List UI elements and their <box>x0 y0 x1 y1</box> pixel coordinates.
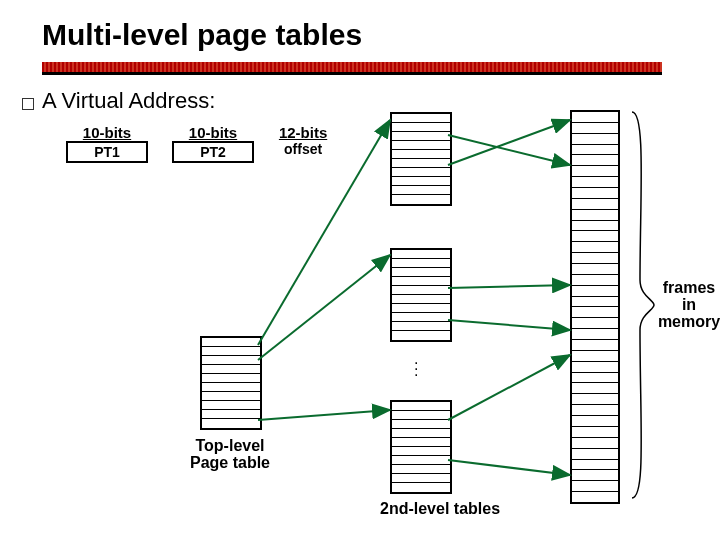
svg-line-5 <box>448 285 570 288</box>
va-field-bits: 10-bits <box>172 124 254 141</box>
subtitle: A Virtual Address: <box>42 88 215 114</box>
svg-line-1 <box>258 255 390 360</box>
frames-in-memory <box>570 110 620 504</box>
page-title: Multi-level page tables <box>42 18 362 52</box>
va-field-name: offset <box>278 141 328 157</box>
bullet-icon <box>22 98 34 110</box>
top-level-label: Top-levelPage table <box>180 438 280 472</box>
top-level-page-table <box>200 336 262 430</box>
va-field-name: PT1 <box>66 141 148 163</box>
title-underline <box>42 62 662 75</box>
virtual-address-fields: 10-bits PT1 10-bits PT2 12-bits offset <box>66 124 328 163</box>
ellipsis-icon: ... <box>414 356 418 374</box>
second-level-table <box>390 248 452 342</box>
svg-line-3 <box>448 135 570 165</box>
second-level-table <box>390 112 452 206</box>
svg-line-4 <box>448 120 570 165</box>
svg-line-6 <box>448 320 570 330</box>
second-level-label: 2nd-level tables <box>380 500 500 518</box>
second-level-table <box>390 400 452 494</box>
svg-line-8 <box>448 460 570 475</box>
va-field-bits: 12-bits <box>278 124 328 141</box>
va-field-pt1: 10-bits PT1 <box>66 124 148 163</box>
svg-line-7 <box>448 355 570 420</box>
va-field-name: PT2 <box>172 141 254 163</box>
frames-label: framesinmemory <box>654 280 720 330</box>
svg-line-2 <box>258 410 390 420</box>
va-field-offset: 12-bits offset <box>278 124 328 163</box>
va-field-bits: 10-bits <box>66 124 148 141</box>
va-field-pt2: 10-bits PT2 <box>172 124 254 163</box>
